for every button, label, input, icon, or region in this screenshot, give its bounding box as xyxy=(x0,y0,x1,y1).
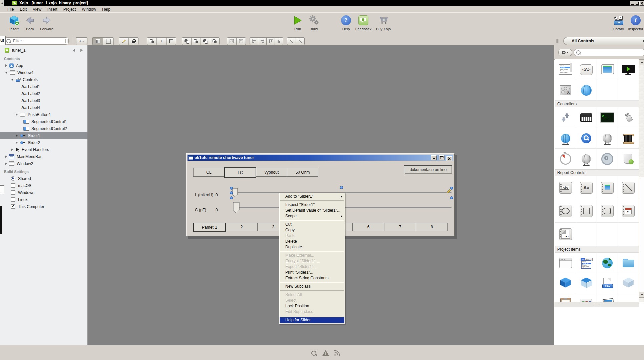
tree-item-mainmenubar[interactable]: MainMenuBar xyxy=(0,153,87,160)
menu-help[interactable]: Help xyxy=(99,7,113,12)
move-to-back-button[interactable] xyxy=(210,37,220,45)
segment-cl[interactable]: CL xyxy=(193,168,225,177)
library-item-note-player[interactable] xyxy=(576,107,597,128)
library-item-picture[interactable] xyxy=(597,294,618,302)
buy-xojo-button[interactable]: Buy Xojo xyxy=(371,15,395,31)
tree-item-slider2[interactable]: Slider2 xyxy=(0,139,87,146)
selection-handle[interactable] xyxy=(450,196,453,199)
library-item-report-line[interactable] xyxy=(618,176,639,199)
menu-item-delete[interactable]: Delete xyxy=(280,239,344,244)
segment-lc[interactable]: LC xyxy=(224,167,256,178)
memory-2[interactable]: 2 xyxy=(226,223,258,231)
disclosure-icon[interactable] xyxy=(5,72,8,74)
find-button[interactable] xyxy=(310,349,318,357)
library-item-ip-socket[interactable] xyxy=(576,149,597,169)
menu-item-help-for-slider[interactable]: Help for Slider xyxy=(280,317,344,323)
space-vertically-button[interactable] xyxy=(296,37,305,45)
memory-7[interactable]: 7 xyxy=(384,223,416,231)
library-item-plugin[interactable]: X xyxy=(555,80,576,101)
library-item-report-field[interactable]: Abc xyxy=(555,176,576,199)
tree-item-app[interactable]: App xyxy=(0,62,87,69)
library-item-window[interactable] xyxy=(555,253,576,273)
move-to-front-button[interactable] xyxy=(182,37,192,45)
align-right-button[interactable] xyxy=(258,37,267,45)
move-backward-button[interactable] xyxy=(201,37,210,45)
tree-item-segmentedcontrol2[interactable]: SegmentedControl2 xyxy=(0,125,87,132)
nav-forward-icon[interactable] xyxy=(80,49,83,52)
align-bottom-button[interactable] xyxy=(275,37,283,45)
scroll-up-button[interactable] xyxy=(639,59,644,65)
selection-handle[interactable] xyxy=(230,196,233,199)
slider1-thumb[interactable] xyxy=(232,188,238,198)
menu-item-add-to-slider1[interactable]: Add to "Slider1" xyxy=(280,194,344,199)
library-item-udp-socket[interactable] xyxy=(597,128,618,149)
library-scrollbar[interactable] xyxy=(639,59,644,302)
library-item-clipboard[interactable] xyxy=(555,294,576,302)
tree-item-controls[interactable]: Controls xyxy=(0,76,87,83)
designer-minimize-button[interactable] xyxy=(431,155,437,160)
library-item-movie-player[interactable] xyxy=(618,59,639,80)
menu-window[interactable]: Window xyxy=(79,7,99,12)
edit-mode-button[interactable] xyxy=(119,37,129,45)
disclosure-icon[interactable] xyxy=(11,79,14,81)
build-item-shared[interactable]: Shared xyxy=(0,175,87,182)
checkbox-empty-icon[interactable] xyxy=(11,183,15,188)
space-horizontally-button[interactable] xyxy=(287,37,296,45)
minimize-button[interactable] xyxy=(630,1,635,6)
menu-item-set-default-value[interactable]: Set Default Value of "Slider1"... xyxy=(280,208,344,213)
selection-handle[interactable] xyxy=(230,191,233,194)
menu-edit[interactable]: Edit xyxy=(17,7,30,12)
tree-item-event-handlers[interactable]: Event Handlers xyxy=(0,146,87,153)
library-item-image-well[interactable] xyxy=(597,59,618,80)
designer-close-button[interactable] xyxy=(446,156,452,161)
library-item-file-type[interactable]: FILE xyxy=(597,273,618,294)
slider2-thumb[interactable] xyxy=(233,202,240,214)
pane-grip-icon[interactable] xyxy=(65,39,69,43)
menu-item-scope[interactable]: Scope xyxy=(280,213,344,219)
build-item-macos[interactable]: macOS xyxy=(0,182,87,189)
warnings-button[interactable] xyxy=(322,349,330,357)
library-item-report-picture[interactable] xyxy=(597,176,618,199)
build-item-windows[interactable]: Windows xyxy=(0,189,87,196)
match-height-button[interactable] xyxy=(236,37,246,45)
library-settings-button[interactable] xyxy=(558,49,572,56)
memory-8[interactable]: 8 xyxy=(416,223,448,231)
library-item-report-page-number[interactable]: P1 xyxy=(555,223,576,246)
controls-filter-dropdown[interactable]: All Controls xyxy=(563,37,644,45)
memory-1[interactable]: Paměť 1 xyxy=(193,223,226,232)
tree-item-label4[interactable]: Aa Label4 xyxy=(0,104,87,111)
library-item-serial-device[interactable] xyxy=(618,107,639,128)
library-item-report-oval[interactable] xyxy=(555,199,576,223)
segment-50ohm[interactable]: 50 Ohm xyxy=(287,168,318,177)
library-item-menu-bar[interactable]: FileEdit NewSave As...Print...Quit App xyxy=(576,253,597,273)
designer-window-titlebar[interactable]: ok1ufc remote shortwave tuner xyxy=(188,155,453,161)
library-item-module[interactable] xyxy=(576,273,597,294)
tree-item-label3[interactable]: Aa Label3 xyxy=(0,97,87,104)
menu-item-print-slider1[interactable]: Print "Slider1"... xyxy=(280,270,344,275)
feed-button[interactable] xyxy=(333,349,341,357)
move-forward-button[interactable] xyxy=(191,37,201,45)
library-item-report-rectangle[interactable] xyxy=(576,199,597,223)
disclosure-icon[interactable] xyxy=(5,162,7,165)
build-item-linux[interactable]: Linux xyxy=(0,196,87,203)
tree-item-slider1[interactable]: Slider1 xyxy=(0,132,87,139)
selection-handle[interactable] xyxy=(340,186,343,189)
align-left-button[interactable] xyxy=(250,37,258,45)
menu-item-inspect-slider1[interactable]: Inspect "Slider1" xyxy=(280,202,344,208)
library-item-popup-options[interactable]: UI ButtonList View Blank CanvasWeb View … xyxy=(555,59,576,80)
library-item-serial-connection[interactable] xyxy=(618,128,639,149)
library-search-field[interactable] xyxy=(574,49,644,56)
library-item-report-date[interactable]: 31 xyxy=(618,199,639,223)
scroll-down-button[interactable] xyxy=(639,292,644,298)
tab-order-button[interactable]: Z xyxy=(156,37,167,45)
library-item-server-socket[interactable] xyxy=(597,149,618,169)
library-item-interface[interactable] xyxy=(618,273,639,294)
memory-6[interactable]: 6 xyxy=(352,223,384,231)
tree-item-segmentedcontrol1[interactable]: SegmentedControl1 xyxy=(0,118,87,125)
scrollbar-thumb[interactable] xyxy=(639,177,644,292)
tree-item-pushbutton4[interactable]: PushButton4 xyxy=(0,111,87,118)
library-search-input[interactable] xyxy=(582,50,643,55)
close-button[interactable] xyxy=(639,1,644,6)
library-item-class[interactable] xyxy=(555,273,576,294)
library-item-report-label[interactable]: Aa xyxy=(576,176,597,199)
